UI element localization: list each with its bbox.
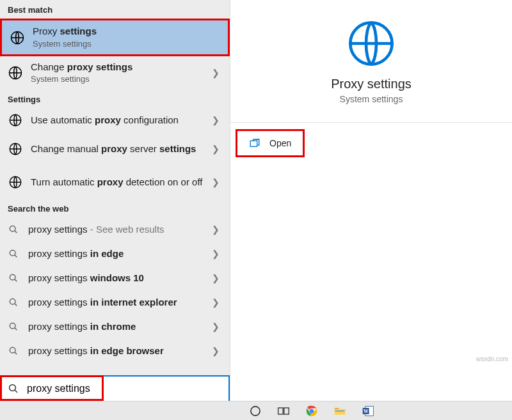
search-icon bbox=[8, 272, 19, 284]
svg-rect-19 bbox=[335, 410, 345, 412]
svg-rect-16 bbox=[284, 408, 289, 414]
search-input[interactable] bbox=[26, 382, 222, 395]
search-icon bbox=[8, 345, 19, 357]
best-match-title: Proxy settings bbox=[33, 26, 207, 38]
web-result-title: proxy settings in edge bbox=[28, 248, 209, 260]
chevron-right-icon: ❯ bbox=[212, 68, 220, 78]
cortana-icon[interactable] bbox=[248, 404, 262, 418]
web-result-title: proxy settings in chrome bbox=[28, 321, 209, 333]
web-result-title: proxy settings in edge browser bbox=[28, 345, 209, 357]
settings-result[interactable]: Change manual proxy server settings ❯ bbox=[0, 132, 230, 166]
best-match-subtitle: System settings bbox=[33, 39, 207, 49]
task-view-icon[interactable] bbox=[276, 404, 291, 418]
web-result[interactable]: proxy settings in chrome ❯ bbox=[0, 315, 230, 339]
search-icon bbox=[8, 321, 19, 332]
svg-point-10 bbox=[10, 347, 15, 353]
search-icon bbox=[8, 297, 19, 308]
web-result[interactable]: proxy settings windows 10 ❯ bbox=[0, 266, 230, 290]
chevron-right-icon: ❯ bbox=[212, 115, 220, 125]
detail-pane: Proxy settings System settings Open wsxd… bbox=[230, 0, 512, 401]
section-header-best-match: Best match bbox=[0, 0, 230, 19]
taskbar: W bbox=[0, 401, 512, 420]
chevron-right-icon: ❯ bbox=[212, 224, 220, 235]
svg-point-6 bbox=[10, 250, 15, 256]
globe-icon bbox=[8, 141, 23, 157]
settings-result[interactable]: Change proxy settings System settings ❯ bbox=[0, 56, 230, 89]
chevron-right-icon: ❯ bbox=[212, 177, 220, 187]
settings-result-title: Change manual proxy server settings bbox=[31, 143, 209, 155]
settings-result-subtitle: System settings bbox=[31, 74, 209, 84]
settings-result-title: Turn automatic proxy detection on or off bbox=[31, 176, 209, 189]
settings-result-title: Use automatic proxy configuration bbox=[31, 114, 209, 127]
chrome-icon[interactable] bbox=[305, 404, 319, 418]
search-icon bbox=[8, 224, 19, 235]
open-label: Open bbox=[269, 138, 291, 148]
settings-result-title: Change proxy settings bbox=[31, 61, 209, 74]
chevron-right-icon: ❯ bbox=[212, 273, 220, 283]
svg-point-9 bbox=[10, 323, 15, 329]
web-result-title: proxy settings - See web results bbox=[28, 224, 209, 236]
globe-icon bbox=[8, 175, 23, 190]
divider bbox=[230, 122, 512, 123]
chevron-right-icon: ❯ bbox=[212, 322, 220, 332]
svg-point-14 bbox=[251, 406, 260, 415]
watermark: wsxdn.com bbox=[476, 355, 508, 362]
svg-rect-13 bbox=[250, 141, 257, 146]
globe-icon bbox=[8, 113, 23, 128]
search-icon bbox=[8, 248, 19, 260]
svg-point-7 bbox=[10, 274, 15, 280]
svg-rect-15 bbox=[278, 408, 284, 414]
globe-icon bbox=[346, 18, 397, 69]
section-header-search-web: Search the web bbox=[0, 199, 230, 217]
word-icon[interactable]: W bbox=[361, 404, 375, 418]
svg-point-18 bbox=[310, 408, 314, 413]
web-result[interactable]: proxy settings in edge browser ❯ bbox=[0, 339, 230, 363]
globe-icon bbox=[8, 65, 23, 81]
settings-result[interactable]: Turn automatic proxy detection on or off… bbox=[0, 166, 230, 199]
web-result[interactable]: proxy settings - See web results ❯ bbox=[0, 217, 230, 242]
search-results-pane: Best match Proxy settings System setting… bbox=[0, 0, 230, 401]
chevron-right-icon: ❯ bbox=[212, 249, 220, 259]
section-header-settings: Settings bbox=[0, 89, 230, 108]
svg-point-8 bbox=[10, 299, 15, 304]
open-action[interactable]: Open bbox=[236, 129, 305, 157]
web-result[interactable]: proxy settings in edge ❯ bbox=[0, 242, 230, 266]
detail-title: Proxy settings bbox=[230, 77, 512, 91]
open-icon bbox=[249, 137, 260, 149]
detail-subtitle: System settings bbox=[230, 94, 512, 104]
chevron-right-icon: ❯ bbox=[212, 297, 220, 307]
web-result-title: proxy settings in internet explorer bbox=[28, 297, 209, 309]
best-match-result[interactable]: Proxy settings System settings bbox=[0, 19, 230, 56]
search-input-container[interactable] bbox=[0, 375, 230, 401]
svg-point-5 bbox=[10, 226, 15, 231]
svg-point-11 bbox=[10, 385, 16, 391]
file-explorer-icon[interactable] bbox=[333, 404, 347, 418]
globe-icon bbox=[10, 30, 25, 45]
search-icon bbox=[8, 383, 19, 394]
chevron-right-icon: ❯ bbox=[212, 144, 220, 154]
svg-text:W: W bbox=[364, 408, 369, 414]
web-result[interactable]: proxy settings in internet explorer ❯ bbox=[0, 290, 230, 315]
web-result-title: proxy settings windows 10 bbox=[28, 272, 209, 284]
settings-result[interactable]: Use automatic proxy configuration ❯ bbox=[0, 108, 230, 132]
chevron-right-icon: ❯ bbox=[212, 346, 220, 356]
